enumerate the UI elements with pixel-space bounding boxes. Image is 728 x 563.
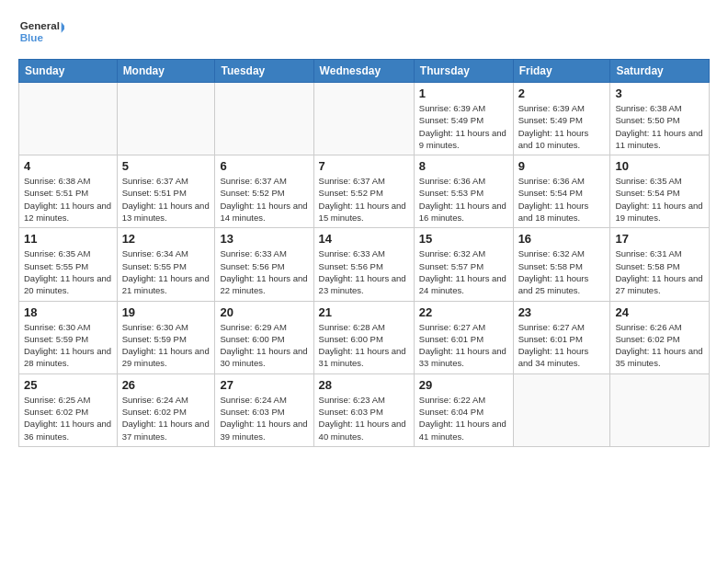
day-info: Sunrise: 6:23 AM Sunset: 6:03 PM Dayligh…	[319, 394, 409, 442]
calendar-cell: 14Sunrise: 6:33 AM Sunset: 5:56 PM Dayli…	[313, 228, 414, 301]
weekday-header: Tuesday	[215, 60, 313, 83]
calendar-cell: 26Sunrise: 6:24 AM Sunset: 6:02 PM Dayli…	[117, 373, 215, 446]
day-number: 1	[419, 86, 508, 100]
day-number: 11	[24, 232, 112, 246]
calendar-cell: 21Sunrise: 6:28 AM Sunset: 6:00 PM Dayli…	[313, 301, 414, 373]
day-info: Sunrise: 6:33 AM Sunset: 5:56 PM Dayligh…	[319, 247, 409, 296]
day-number: 27	[220, 378, 308, 392]
calendar-cell: 25Sunrise: 6:25 AM Sunset: 6:02 PM Dayli…	[19, 373, 118, 446]
calendar: SundayMondayTuesdayWednesdayThursdayFrid…	[18, 59, 710, 447]
calendar-cell: 29Sunrise: 6:22 AM Sunset: 6:04 PM Dayli…	[414, 373, 513, 446]
weekday-header: Thursday	[414, 60, 513, 83]
weekday-header: Monday	[117, 60, 215, 83]
weekday-header: Friday	[513, 60, 610, 83]
day-number: 16	[518, 232, 606, 246]
calendar-cell: 17Sunrise: 6:31 AM Sunset: 5:58 PM Dayli…	[610, 228, 710, 301]
day-info: Sunrise: 6:26 AM Sunset: 6:02 PM Dayligh…	[615, 321, 704, 370]
day-number: 21	[319, 305, 409, 319]
day-number: 9	[518, 159, 606, 173]
day-number: 2	[518, 86, 606, 100]
calendar-week-row: 1Sunrise: 6:39 AM Sunset: 5:49 PM Daylig…	[19, 83, 710, 155]
day-number: 17	[615, 232, 704, 246]
header: General Blue	[18, 15, 710, 48]
day-info: Sunrise: 6:30 AM Sunset: 5:59 PM Dayligh…	[24, 321, 112, 370]
calendar-cell: 20Sunrise: 6:29 AM Sunset: 6:00 PM Dayli…	[215, 301, 313, 373]
day-info: Sunrise: 6:37 AM Sunset: 5:52 PM Dayligh…	[319, 175, 409, 224]
calendar-cell	[313, 83, 414, 155]
calendar-cell: 3Sunrise: 6:38 AM Sunset: 5:50 PM Daylig…	[610, 83, 710, 155]
calendar-cell: 2Sunrise: 6:39 AM Sunset: 5:49 PM Daylig…	[513, 83, 610, 155]
day-info: Sunrise: 6:38 AM Sunset: 5:50 PM Dayligh…	[615, 102, 704, 151]
svg-text:Blue: Blue	[20, 31, 44, 43]
day-info: Sunrise: 6:24 AM Sunset: 6:03 PM Dayligh…	[220, 394, 308, 442]
calendar-cell	[19, 83, 118, 155]
logo-svg: General Blue	[18, 15, 64, 48]
calendar-cell: 12Sunrise: 6:34 AM Sunset: 5:55 PM Dayli…	[117, 228, 215, 301]
day-info: Sunrise: 6:27 AM Sunset: 6:01 PM Dayligh…	[518, 321, 606, 370]
day-number: 8	[419, 159, 508, 173]
day-info: Sunrise: 6:28 AM Sunset: 6:00 PM Dayligh…	[319, 321, 409, 370]
calendar-cell: 6Sunrise: 6:37 AM Sunset: 5:52 PM Daylig…	[215, 155, 313, 228]
day-number: 12	[122, 232, 210, 246]
day-number: 29	[419, 378, 508, 392]
day-info: Sunrise: 6:38 AM Sunset: 5:51 PM Dayligh…	[24, 175, 112, 224]
day-info: Sunrise: 6:32 AM Sunset: 5:58 PM Dayligh…	[518, 247, 606, 296]
calendar-cell: 5Sunrise: 6:37 AM Sunset: 5:51 PM Daylig…	[117, 155, 215, 228]
day-info: Sunrise: 6:35 AM Sunset: 5:54 PM Dayligh…	[615, 175, 704, 224]
calendar-cell: 10Sunrise: 6:35 AM Sunset: 5:54 PM Dayli…	[610, 155, 710, 228]
day-info: Sunrise: 6:39 AM Sunset: 5:49 PM Dayligh…	[419, 102, 508, 151]
day-number: 5	[122, 159, 210, 173]
calendar-cell	[513, 373, 610, 446]
calendar-cell	[610, 373, 710, 446]
calendar-cell: 11Sunrise: 6:35 AM Sunset: 5:55 PM Dayli…	[19, 228, 118, 301]
day-number: 25	[24, 378, 112, 392]
calendar-cell: 27Sunrise: 6:24 AM Sunset: 6:03 PM Dayli…	[215, 373, 313, 446]
calendar-cell: 13Sunrise: 6:33 AM Sunset: 5:56 PM Dayli…	[215, 228, 313, 301]
svg-text:General: General	[20, 19, 60, 31]
day-number: 13	[220, 232, 308, 246]
calendar-cell: 18Sunrise: 6:30 AM Sunset: 5:59 PM Dayli…	[19, 301, 118, 373]
day-info: Sunrise: 6:33 AM Sunset: 5:56 PM Dayligh…	[220, 247, 308, 296]
day-info: Sunrise: 6:36 AM Sunset: 5:54 PM Dayligh…	[518, 175, 606, 224]
day-number: 26	[122, 378, 210, 392]
calendar-cell	[215, 83, 313, 155]
weekday-header: Saturday	[610, 60, 710, 83]
logo: General Blue	[18, 15, 64, 48]
day-info: Sunrise: 6:25 AM Sunset: 6:02 PM Dayligh…	[24, 394, 112, 442]
day-info: Sunrise: 6:32 AM Sunset: 5:57 PM Dayligh…	[419, 247, 508, 296]
calendar-cell: 16Sunrise: 6:32 AM Sunset: 5:58 PM Dayli…	[513, 228, 610, 301]
calendar-cell: 7Sunrise: 6:37 AM Sunset: 5:52 PM Daylig…	[313, 155, 414, 228]
day-number: 18	[24, 305, 112, 319]
day-info: Sunrise: 6:39 AM Sunset: 5:49 PM Dayligh…	[518, 102, 606, 151]
day-info: Sunrise: 6:35 AM Sunset: 5:55 PM Dayligh…	[24, 247, 112, 296]
calendar-cell: 9Sunrise: 6:36 AM Sunset: 5:54 PM Daylig…	[513, 155, 610, 228]
day-info: Sunrise: 6:27 AM Sunset: 6:01 PM Dayligh…	[419, 321, 508, 370]
day-number: 24	[615, 305, 704, 319]
day-number: 15	[419, 232, 508, 246]
day-number: 10	[615, 159, 704, 173]
calendar-cell: 28Sunrise: 6:23 AM Sunset: 6:03 PM Dayli…	[313, 373, 414, 446]
calendar-week-row: 18Sunrise: 6:30 AM Sunset: 5:59 PM Dayli…	[19, 301, 710, 373]
day-info: Sunrise: 6:37 AM Sunset: 5:52 PM Dayligh…	[220, 175, 308, 224]
calendar-week-row: 25Sunrise: 6:25 AM Sunset: 6:02 PM Dayli…	[19, 373, 710, 446]
day-number: 23	[518, 305, 606, 319]
day-number: 3	[615, 86, 704, 100]
day-info: Sunrise: 6:24 AM Sunset: 6:02 PM Dayligh…	[122, 394, 210, 442]
svg-marker-2	[62, 22, 64, 33]
calendar-cell	[117, 83, 215, 155]
calendar-week-row: 4Sunrise: 6:38 AM Sunset: 5:51 PM Daylig…	[19, 155, 710, 228]
day-info: Sunrise: 6:36 AM Sunset: 5:53 PM Dayligh…	[419, 175, 508, 224]
day-number: 22	[419, 305, 508, 319]
calendar-cell: 4Sunrise: 6:38 AM Sunset: 5:51 PM Daylig…	[19, 155, 118, 228]
weekday-header: Wednesday	[313, 60, 414, 83]
day-info: Sunrise: 6:34 AM Sunset: 5:55 PM Dayligh…	[122, 247, 210, 296]
calendar-cell: 8Sunrise: 6:36 AM Sunset: 5:53 PM Daylig…	[414, 155, 513, 228]
day-info: Sunrise: 6:29 AM Sunset: 6:00 PM Dayligh…	[220, 321, 308, 370]
weekday-header-row: SundayMondayTuesdayWednesdayThursdayFrid…	[19, 60, 710, 83]
day-number: 6	[220, 159, 308, 173]
day-number: 20	[220, 305, 308, 319]
page: General Blue SundayMondayTuesdayWednesda…	[0, 0, 728, 456]
calendar-cell: 1Sunrise: 6:39 AM Sunset: 5:49 PM Daylig…	[414, 83, 513, 155]
calendar-cell: 24Sunrise: 6:26 AM Sunset: 6:02 PM Dayli…	[610, 301, 710, 373]
calendar-cell: 19Sunrise: 6:30 AM Sunset: 5:59 PM Dayli…	[117, 301, 215, 373]
